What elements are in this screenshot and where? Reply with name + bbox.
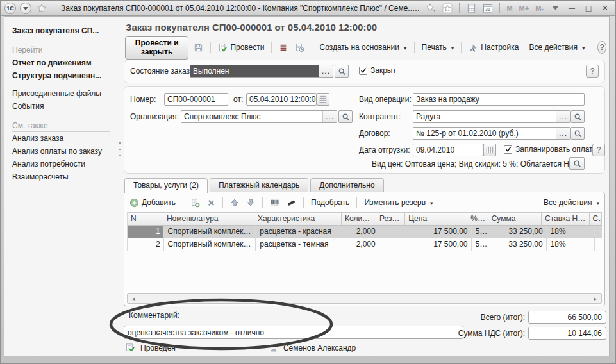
sidebar-item-mutual-settlements[interactable]: Взаиморасчеты [12, 170, 118, 183]
vat-rate-cell[interactable]: 18% [547, 226, 595, 238]
row-number-cell[interactable]: 1 [127, 226, 164, 238]
table-row[interactable]: 2 Спортивный комплекс "М... расцветка - … [127, 238, 602, 251]
save-button[interactable] [192, 42, 205, 54]
favorites-menu-icon[interactable] [424, 3, 437, 14]
comment-input[interactable]: оценка качества заказчиком - отлично [124, 326, 463, 339]
discount-cell[interactable]: 5,00 [472, 226, 493, 238]
items-all-actions-button[interactable]: Все действия [542, 197, 601, 208]
quantity-cell[interactable]: 2,000 [344, 238, 379, 251]
characteristic-cell[interactable]: расцветка - темная [256, 238, 344, 251]
organization-field[interactable]: Спорткомплекс Плюс ... [181, 110, 337, 123]
col-header-vat-sum[interactable]: С [590, 212, 602, 226]
col-header-quantity[interactable]: Количе... [342, 212, 376, 226]
create-based-on-button[interactable]: Создать на основании [317, 42, 408, 53]
tab-additional[interactable]: Дополнительно [310, 178, 383, 192]
choose-button[interactable]: ... [556, 128, 570, 139]
vat-sum-cell[interactable] [595, 226, 602, 238]
calculator-icon[interactable] [465, 3, 478, 14]
document-journal-button[interactable] [293, 42, 306, 54]
counterparty-field[interactable]: Радуга ... [413, 110, 570, 123]
plan-payment-help-button[interactable]: ? [592, 144, 605, 156]
close-button[interactable] [599, 3, 612, 14]
contract-search-button[interactable] [570, 127, 585, 140]
sidebar-item-demand-analysis[interactable]: Анализ потребности [12, 158, 118, 170]
move-down-button[interactable] [244, 197, 257, 208]
vat-sum-cell[interactable] [595, 238, 602, 251]
memory-plus-button[interactable]: M+ [518, 4, 531, 12]
sidebar-item-current-order[interactable]: Заказ покупателя СП... [12, 24, 118, 37]
table-row[interactable]: 1 Спортивный комплекс "М... расцветка - … [127, 226, 602, 238]
all-actions-button[interactable]: Все действия [527, 42, 587, 53]
discount-cell[interactable]: 5,00 [472, 238, 493, 251]
sidebar-item-payment-analysis[interactable]: Анализ оплаты по заказу [12, 145, 118, 158]
col-header-characteristic[interactable]: Характеристика [254, 212, 342, 226]
operation-field[interactable]: Заказ на продажу [413, 93, 585, 106]
group-help-button[interactable]: ? [586, 65, 599, 78]
nomenclature-cell[interactable]: Спортивный комплекс "М... [164, 238, 256, 251]
choose-button[interactable]: ... [322, 111, 337, 122]
row-number-cell[interactable]: 2 [127, 238, 164, 251]
toolbar-overflow-icon[interactable] [549, 3, 562, 14]
price-cell[interactable]: 17 500,00 [408, 238, 471, 251]
order-state-search-button[interactable] [335, 65, 349, 78]
pick-items-button[interactable]: Подобрать [309, 197, 351, 208]
sidebar-item-attached-files[interactable]: Присоединенные файлы [12, 87, 118, 100]
ship-date-picker-button[interactable] [483, 144, 496, 156]
col-header-reserve[interactable]: Резерв [376, 212, 405, 226]
date-field[interactable]: 05.04.2010 12:00:00 [246, 93, 317, 106]
closed-checkbox[interactable]: Закрыт [359, 66, 396, 75]
col-header-discount[interactable]: % С... [467, 212, 488, 226]
copy-row-button[interactable] [188, 197, 202, 209]
print-button[interactable]: Печать [420, 42, 456, 53]
post-and-close-button[interactable]: Провести и закрыть [125, 36, 188, 60]
total-field[interactable]: 66 500,00 [528, 311, 606, 324]
col-header-price[interactable]: Цена [405, 212, 467, 226]
contract-field[interactable]: № 125-р от 01.02.2010 (руб.) ... [413, 127, 570, 140]
minimize-button[interactable] [565, 3, 578, 14]
window-menu-button[interactable] [20, 3, 31, 14]
tab-goods-services[interactable]: Товары, услуги (2) [124, 178, 208, 193]
post-button[interactable]: Провести [216, 42, 266, 54]
document-register-button[interactable] [277, 42, 290, 54]
number-field[interactable]: СП00-000001 [164, 93, 228, 106]
date-picker-button[interactable] [317, 93, 329, 106]
settings-button[interactable]: Настройка [467, 42, 520, 54]
nomenclature-cell[interactable]: Спортивный комплекс "М... [164, 226, 256, 238]
col-header-vat-rate[interactable]: Ставка НДС [542, 212, 590, 226]
price-cell[interactable]: 17 500,00 [408, 226, 471, 238]
reserve-cell[interactable] [379, 226, 409, 238]
ship-date-field[interactable]: 09.04.2010 [413, 144, 483, 156]
reserve-cell[interactable] [379, 238, 409, 251]
delete-row-button[interactable] [205, 197, 217, 208]
choose-button[interactable]: ... [319, 65, 333, 77]
scroll-left-icon[interactable] [128, 294, 139, 303]
characteristic-cell[interactable]: расцветка - красная [256, 226, 344, 238]
sum-cell[interactable]: 33 250,00 [492, 226, 546, 238]
organization-search-button[interactable] [338, 110, 353, 123]
choose-button[interactable]: ... [556, 111, 570, 122]
price-info-button[interactable] [569, 157, 585, 170]
add-row-button[interactable]: Добавить [128, 197, 178, 209]
eraser-button[interactable] [285, 197, 298, 209]
vat-total-field[interactable]: 10 144,06 [528, 327, 606, 340]
plan-payment-checkbox[interactable]: Запланировать оплату [504, 145, 597, 154]
col-header-nomenclature[interactable]: Номенклатура [163, 212, 254, 226]
calendar-icon[interactable]: 31 [481, 3, 494, 14]
barcode-scan-button[interactable] [268, 197, 281, 209]
counterparty-search-button[interactable] [570, 110, 585, 123]
quantity-cell[interactable]: 2,000 [344, 226, 379, 238]
order-state-field[interactable]: Выполнен ... [190, 65, 333, 78]
horizontal-scrollbar[interactable] [127, 293, 602, 304]
sidebar-item-events[interactable]: События [12, 100, 118, 113]
help-button[interactable]: ? [597, 41, 606, 54]
memory-minus-button[interactable]: M- [534, 4, 545, 12]
col-header-n[interactable]: N [127, 212, 163, 226]
sum-cell[interactable]: 33 250,00 [492, 238, 546, 251]
sidebar-item-order-analysis[interactable]: Анализ заказа [12, 132, 118, 145]
tab-payment-calendar[interactable]: Платежный календарь [210, 178, 308, 192]
sidebar-item-movements-report[interactable]: Отчет по движениям [12, 56, 118, 69]
app-menu-button[interactable]: 1С [4, 3, 16, 14]
memory-button[interactable]: M [505, 4, 513, 12]
vat-rate-cell[interactable]: 18% [547, 238, 595, 251]
scroll-right-icon[interactable] [590, 294, 601, 303]
